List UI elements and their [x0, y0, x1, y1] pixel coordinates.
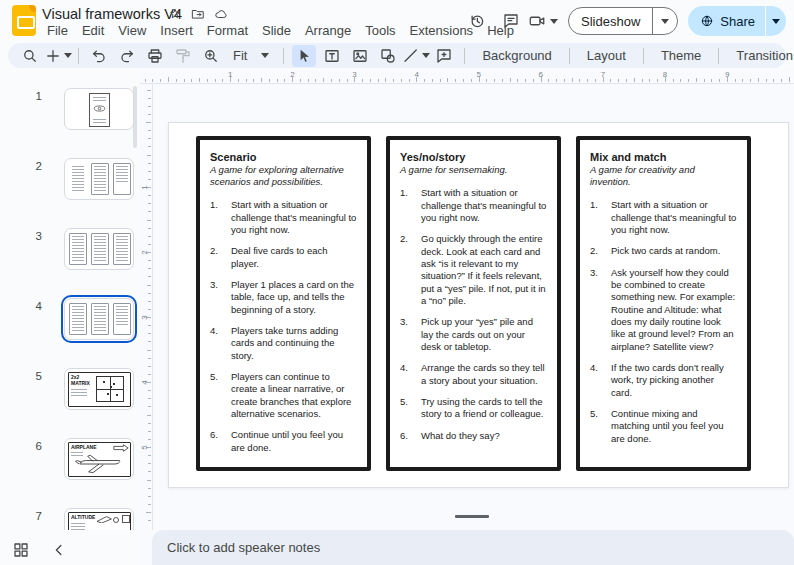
card-list-item: 2.Deal five cards to each player.: [210, 245, 357, 270]
background-button[interactable]: Background: [473, 48, 560, 63]
slide-number: 2: [24, 160, 42, 172]
slideshow-button[interactable]: Slideshow: [568, 7, 678, 35]
theme-button[interactable]: Theme: [652, 48, 710, 63]
notes-resize-handle[interactable]: [455, 515, 489, 518]
slide-canvas: 123456789 12345 Scenario A game for expl…: [140, 70, 794, 565]
card-mix-and-match[interactable]: Mix and match A game for creativity and …: [576, 136, 751, 471]
filmstrip-row: 7 ALTITUDE: [0, 508, 140, 530]
menu-item[interactable]: Edit: [75, 22, 111, 39]
move-folder-icon[interactable]: [191, 7, 205, 21]
slide-thumbnail-2[interactable]: [64, 158, 134, 200]
new-slide-button[interactable]: [46, 45, 70, 67]
thumb7-title: ALTITUDE: [71, 515, 95, 521]
insert-line-button[interactable]: [404, 45, 428, 67]
card-list-item: 6.What do they say?: [400, 430, 547, 442]
slide-thumbnail-7[interactable]: ALTITUDE: [64, 508, 134, 530]
menu-item[interactable]: Arrange: [298, 22, 358, 39]
image-icon: [351, 47, 369, 65]
insert-shape-button[interactable]: [376, 45, 400, 67]
layout-button[interactable]: Layout: [578, 48, 635, 63]
version-history-button[interactable]: [460, 4, 494, 38]
paint-format-button[interactable]: [171, 45, 195, 67]
plus-icon: [44, 47, 62, 65]
slide-thumbnail-3[interactable]: [64, 228, 134, 270]
card-list-item: 3.Ask yourself how they could be combine…: [590, 267, 737, 353]
print-button[interactable]: [143, 45, 167, 67]
comments-button[interactable]: [494, 4, 528, 38]
card-list-item: 3.Player 1 places a card on the table, f…: [210, 279, 357, 316]
new-slide-caret-icon[interactable]: [64, 53, 72, 58]
star-icon[interactable]: [168, 7, 182, 21]
document-title[interactable]: Visual frameworks V4: [42, 6, 182, 22]
redo-button[interactable]: [115, 45, 139, 67]
share-dropdown[interactable]: [766, 6, 786, 36]
text-box-button[interactable]: [320, 45, 344, 67]
slides-logo[interactable]: [12, 5, 36, 36]
title-actions: [168, 7, 228, 21]
transition-button[interactable]: Transition: [727, 48, 794, 63]
search-menus-button[interactable]: [18, 45, 42, 67]
card-title: Scenario: [210, 151, 357, 163]
menu-item[interactable]: Slide: [255, 22, 298, 39]
card-list-item: 6.Continue until you feel you are done.: [210, 429, 357, 454]
menu-item[interactable]: Insert: [153, 22, 200, 39]
card-list-item: 4.Arrange the cards so they tell a story…: [400, 362, 547, 387]
menu-item[interactable]: View: [111, 22, 153, 39]
thumb7-pencil-drawing: [95, 515, 115, 523]
share-button[interactable]: Share: [688, 6, 765, 36]
line-caret-icon[interactable]: [422, 53, 430, 58]
cursor-icon: [295, 47, 313, 65]
speaker-notes-bar[interactable]: Click to add speaker notes: [152, 530, 794, 565]
slideshow-dropdown[interactable]: [653, 19, 677, 24]
filmstrip-row: 5 2x2 MATRIX: [0, 368, 140, 410]
menu-item[interactable]: Tools: [358, 22, 402, 39]
card-list-item: 4.Players take turns adding cards and co…: [210, 325, 357, 362]
slide-thumbnail-4-selected[interactable]: [64, 298, 134, 340]
slide-number: 7: [24, 510, 42, 522]
select-tool-button[interactable]: [292, 45, 316, 67]
slide-number: 5: [24, 370, 42, 382]
vertical-ruler: 12345: [140, 84, 153, 530]
slide-page[interactable]: Scenario A game for exploring alternativ…: [168, 122, 789, 488]
thumb6-arrow-badge: [113, 444, 129, 452]
card-subtitle: A game for sensemaking.: [400, 164, 547, 176]
collapse-filmstrip-icon[interactable]: [50, 541, 68, 559]
card-scenario[interactable]: Scenario A game for exploring alternativ…: [196, 136, 371, 471]
menu-item[interactable]: Format: [200, 22, 255, 39]
slide-thumbnail-6[interactable]: AIRPLANE: [64, 438, 134, 480]
cloud-status-icon[interactable]: [214, 7, 228, 21]
speaker-notes-placeholder: Click to add speaker notes: [167, 540, 320, 555]
text-box-icon: [323, 47, 341, 65]
card-list-item: 2.Pick two cards at random.: [590, 245, 737, 257]
top-actions: Slideshow Share: [460, 0, 794, 42]
toolbar-divider: [569, 48, 570, 64]
card-list-item: 1.Start with a situation or challenge th…: [590, 199, 737, 236]
shape-icon: [379, 47, 397, 65]
redo-icon: [118, 47, 136, 65]
menu-item[interactable]: File: [40, 22, 75, 39]
thumb1-eye-card: [89, 93, 110, 127]
card-subtitle: A game for exploring alternative scenari…: [210, 164, 357, 188]
filmstrip-row: 2: [0, 158, 140, 200]
zoom-caret-icon: [261, 53, 269, 58]
card-yes-no-story[interactable]: Yes/no/story A game for sensemaking. 1.S…: [386, 136, 561, 471]
toolbar-divider: [643, 48, 644, 64]
zoom-in-button[interactable]: [199, 45, 223, 67]
meet-caret-icon[interactable]: [550, 19, 558, 24]
top-bar: Visual frameworks V4 FileEditViewInsertF…: [0, 0, 794, 42]
zoom-value: Fit: [233, 48, 247, 63]
slide-thumbnail-5[interactable]: 2x2 MATRIX: [64, 368, 134, 410]
toolbar-divider: [718, 48, 719, 64]
insert-image-button[interactable]: [348, 45, 372, 67]
slideshow-label: Slideshow: [569, 14, 652, 29]
slide-thumbnail-1[interactable]: [64, 88, 134, 130]
undo-button[interactable]: [87, 45, 111, 67]
history-icon: [468, 12, 486, 30]
thumb7-circle: [113, 517, 119, 523]
slide-filmstrip: 1 2 3 4 5: [0, 70, 140, 530]
meet-button[interactable]: [528, 12, 558, 30]
zoom-select[interactable]: Fit: [227, 48, 275, 63]
insert-comment-button[interactable]: [432, 45, 456, 67]
filmstrip-row: 4: [0, 298, 140, 340]
grid-view-icon[interactable]: [12, 541, 30, 559]
